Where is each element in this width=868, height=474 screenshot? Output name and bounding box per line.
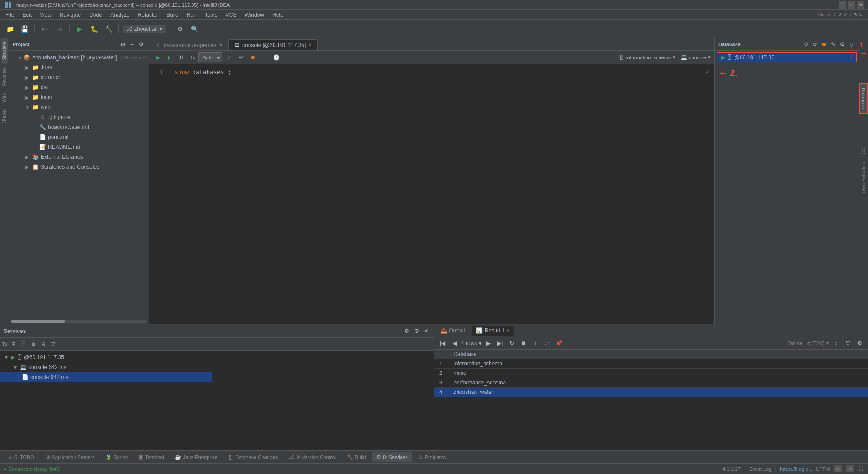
ime-zh-icon[interactable]: 英	[834, 465, 842, 472]
debug-button[interactable]: 🐛	[88, 23, 100, 35]
tree-item-pom[interactable]: 📄 pom.xml	[9, 132, 149, 142]
menu-build[interactable]: Build	[163, 11, 182, 19]
menu-vcs[interactable]: VCS	[222, 11, 241, 19]
strip-bean-label[interactable]: Bean Validation	[860, 158, 867, 197]
results-first-btn[interactable]: |◀	[438, 338, 448, 348]
encoding-label[interactable]: UTF-8	[816, 466, 830, 472]
run-button[interactable]: ▶	[73, 23, 86, 35]
bottom-tab-appservers[interactable]: 🖥 Application Servers	[41, 452, 99, 462]
tree-item-extlibs[interactable]: ▶ 📚 External Libraries	[9, 152, 149, 162]
structure-tab[interactable]: Structure	[1, 38, 8, 64]
search-everywhere-button[interactable]: 🔍	[188, 23, 201, 35]
tab-console-close[interactable]: ✕	[308, 43, 312, 47]
bottom-tab-problems[interactable]: ⚠ Problems	[414, 452, 450, 462]
results-compare-btn[interactable]: ⇌	[542, 338, 552, 348]
sidebar-scrollbar[interactable]	[11, 320, 147, 323]
tree-item-readme[interactable]: 📝 README.md	[9, 142, 149, 152]
redo-button[interactable]: ↪	[53, 23, 66, 35]
tree-item-dal[interactable]: ▶ 📁 dal	[9, 82, 149, 92]
menu-help[interactable]: Help	[269, 11, 287, 19]
database-strip-label[interactable]: Database	[859, 83, 868, 114]
menu-window[interactable]: Window	[241, 11, 268, 19]
service-console-child[interactable]: 📄 console 642 ms	[0, 372, 212, 382]
open-file-button[interactable]: 📁	[4, 23, 16, 35]
commit-btn[interactable]: ✓	[224, 52, 234, 62]
result-row-4[interactable]: 4 zhoushan_water	[434, 388, 868, 397]
db-add-btn[interactable]: +	[793, 40, 801, 48]
tree-root[interactable]: ▼ 📦 zhoushan_backend [huayun-water] D:\H…	[9, 52, 149, 62]
menu-navigate[interactable]: Navigate	[56, 11, 85, 19]
headset-icon[interactable]: 🎧	[858, 466, 864, 472]
results-tab-output[interactable]: 📤 Output	[436, 326, 470, 336]
ime-en-icon[interactable]: 英	[846, 465, 854, 472]
menu-run[interactable]: Run	[183, 11, 200, 19]
tab-datasource-close[interactable]: ✕	[219, 43, 222, 47]
format-btn[interactable]: =	[259, 52, 269, 62]
stop-btn[interactable]: ⏹	[248, 52, 258, 62]
tree-item-common[interactable]: ▶ 📁 common	[9, 72, 149, 82]
sidebar-layout-btn[interactable]: ⊞	[119, 40, 127, 48]
bottom-tab-todo[interactable]: ☑ 6: TODO	[4, 452, 39, 462]
tree-item-web[interactable]: ▼ 📁 web	[9, 102, 149, 112]
result-row-1[interactable]: 1 information_schema	[434, 359, 868, 369]
web-tab[interactable]: Web	[1, 90, 8, 106]
results-filter-btn[interactable]: ▽	[843, 338, 853, 348]
db-connection-item[interactable]: ▶ 🗄 @60.191.117.35 4	[717, 52, 857, 62]
db-refresh-btn[interactable]: ↻	[802, 40, 810, 48]
bottom-tab-build[interactable]: 🔨 Build	[342, 452, 370, 462]
tree-item-logic[interactable]: ▶ 📁 logic	[9, 92, 149, 102]
bottom-tab-terminal[interactable]: ▣ Terminal	[134, 452, 169, 462]
rollback-btn[interactable]: ↩	[236, 52, 246, 62]
menu-edit[interactable]: Edit	[19, 11, 35, 19]
menu-file[interactable]: File	[2, 11, 18, 19]
menu-analyze[interactable]: Analyze	[107, 11, 133, 19]
results-sort-btn[interactable]: ↕	[831, 338, 841, 348]
db-stop-btn[interactable]: ⏹	[820, 40, 828, 48]
results-stop-btn[interactable]: ⏹	[519, 338, 528, 348]
bottom-tab-services[interactable]: ⚙ 8: Services	[372, 452, 412, 462]
undo-button[interactable]: ↩	[38, 23, 51, 35]
result1-close[interactable]: ✕	[506, 328, 510, 333]
branch-selector[interactable]: ⎇ zhoushan ▾	[123, 25, 166, 33]
menu-tools[interactable]: Tools	[201, 11, 221, 19]
services-group-btn[interactable]: ☰	[19, 340, 28, 348]
service-connection-root[interactable]: ▼ ▶ 🗄 @60.191.117.35	[0, 352, 212, 362]
run-query-btn[interactable]: ▶	[153, 52, 163, 62]
maximize-button[interactable]: □	[848, 1, 855, 9]
bottom-tab-vcs[interactable]: ⎇ 9: Version Control	[284, 452, 340, 462]
strip-col-label[interactable]: COL	[860, 142, 867, 158]
db-filter-btn[interactable]: ▽	[847, 40, 855, 48]
bottom-tab-dbchanges[interactable]: 🗄 Database Changes	[224, 452, 282, 462]
services-close-btn[interactable]: ✕	[422, 327, 430, 335]
results-reload-btn[interactable]: ↻	[507, 338, 517, 348]
db-settings-btn[interactable]: ⚙	[838, 40, 846, 48]
services-expand-btn[interactable]: ⊕	[29, 340, 38, 348]
menu-code[interactable]: Code	[85, 11, 106, 19]
tree-item-scratches[interactable]: ▶ 📋 Scratches and Consoles	[9, 162, 149, 172]
menu-refactor[interactable]: Refactor	[134, 11, 162, 19]
bottom-tab-spring[interactable]: 🍃 Spring	[101, 452, 132, 462]
result-row-2[interactable]: 2 mysql	[434, 369, 868, 378]
services-filter-btn[interactable]: ▽	[49, 340, 57, 348]
favorites-tab[interactable]: Favorites	[1, 64, 8, 90]
close-button[interactable]: ✕	[857, 1, 864, 9]
results-last-btn[interactable]: ▶|	[495, 338, 505, 348]
results-tab-result1[interactable]: 📊 Result 1 ✕	[472, 326, 514, 336]
bottom-tab-javaenterprise[interactable]: ☕ Java Enterprise	[170, 452, 222, 462]
code-content[interactable]: show databases ;	[171, 64, 714, 324]
service-console-parent[interactable]: ▼ 💻 console 642 ms	[0, 362, 212, 372]
settings-button[interactable]: ⚙	[174, 23, 186, 35]
col-database-header[interactable]: Database	[448, 350, 868, 359]
results-next-btn[interactable]: ▶	[483, 338, 493, 348]
bean-validation-tab[interactable]: Bean Validation	[860, 158, 867, 197]
services-settings-btn[interactable]: ⚙	[402, 327, 410, 335]
tree-item-iml[interactable]: 🔧 huayun-water.iml	[9, 122, 149, 132]
sidebar-collapse-btn[interactable]: –	[128, 40, 136, 48]
menu-view[interactable]: View	[36, 11, 55, 19]
resume-btn[interactable]: ⏸	[176, 52, 186, 62]
results-pin-btn[interactable]: 📌	[554, 338, 564, 348]
result-row-3[interactable]: 3 performance_schema	[434, 378, 868, 388]
save-button[interactable]: 💾	[18, 23, 31, 35]
col-tab[interactable]: COL	[860, 142, 867, 158]
services-collapse-btn[interactable]: ⊖	[39, 340, 47, 348]
